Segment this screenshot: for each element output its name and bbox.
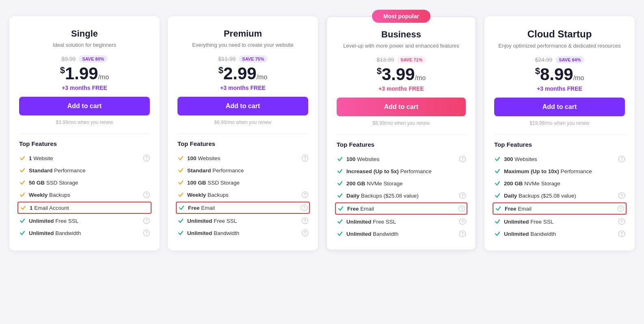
check-icon [177,179,184,186]
feature-text: 100 Websites [346,156,456,162]
current-price: $1.99/mo [19,65,150,82]
feature-list: 100 Websites ? Standard Performance 100 … [177,152,308,239]
feature-text: Free Email [188,205,298,211]
info-icon[interactable]: ? [459,192,466,199]
check-icon [177,155,184,161]
plan-card-business: Most popular Business Level-up with more… [326,16,476,250]
save-badge: SAVE 80% [79,55,107,63]
check-icon [19,230,26,236]
plan-header-cloud-startup: Cloud Startup Enjoy optimized performanc… [494,28,625,50]
feature-list: 300 Websites ? Maximum (Up to 10x) Perfo… [494,153,625,240]
feature-item: 50 GB SSD Storage [19,176,150,189]
save-badge: SAVE 64% [555,56,584,63]
feature-text: 200 GB NVMe Storage [504,180,625,187]
original-price: $9.99 [61,56,76,62]
info-icon[interactable]: ? [459,218,466,225]
feature-item: 100 Websites ? [177,152,308,164]
add-to-cart-button[interactable]: Add to cart [19,97,150,115]
feature-text: 50 GB SSD Storage [29,180,150,186]
info-icon[interactable]: ? [459,156,466,162]
feature-text: Maximum (Up to 10x) Performance [504,168,625,174]
renew-note: $3.99/mo when you renew [19,120,150,125]
features-title: Top Features [177,140,308,147]
renew-note: $19.99/mo when you renew [494,120,625,126]
check-icon [337,192,343,199]
info-icon[interactable]: ? [302,155,308,161]
check-icon [494,230,501,237]
feature-item: Unlimited Bandwidth ? [337,228,466,240]
feature-item: Unlimited Bandwidth ? [494,228,625,240]
feature-text: Free Email [505,206,614,212]
feature-item: Maximum (Up to 10x) Performance [494,165,625,177]
feature-item: Increased (Up to 5x) Performance [337,165,466,177]
check-icon [494,192,501,199]
feature-item: Unlimited Bandwidth ? [19,227,150,239]
info-icon[interactable]: ? [302,230,308,236]
current-price: $8.99/mo [494,66,625,83]
features-title: Top Features [337,141,466,148]
pricing-row: $11.99 SAVE 75% [177,55,308,63]
info-icon[interactable]: ? [143,155,150,161]
feature-text: Free Email [347,206,455,212]
divider [337,134,466,135]
check-icon [19,191,26,198]
feature-text: 100 GB SSD Storage [187,180,308,186]
feature-item: Weekly Backups ? [19,189,150,201]
info-icon[interactable]: ? [618,205,624,212]
check-icon [337,168,343,174]
feature-item: 100 GB SSD Storage [177,176,308,189]
feature-text: Unlimited Free SSL [346,219,456,225]
feature-item: Unlimited Free SSL ? [177,215,308,227]
info-icon[interactable]: ? [618,192,625,199]
info-icon[interactable]: ? [143,217,150,224]
feature-item: Unlimited Bandwidth ? [177,227,308,239]
plan-header-single: Single Ideal solution for beginners [19,28,150,49]
info-icon[interactable]: ? [618,156,625,162]
divider [494,134,625,135]
feature-text: Unlimited Bandwidth [29,230,140,236]
info-icon[interactable]: ? [301,204,307,211]
current-price: $3.99/mo [337,66,466,83]
plan-name: Premium [177,28,308,39]
info-icon[interactable]: ? [302,191,308,198]
original-price: $11.99 [218,56,236,62]
info-icon[interactable]: ? [143,230,150,236]
check-icon [20,204,26,211]
plan-tagline: Ideal solution for beginners [19,41,150,49]
plan-tagline: Everything you need to create your websi… [177,41,308,49]
free-months: +3 months FREE [494,85,625,92]
add-to-cart-button[interactable]: Add to cart [337,98,466,116]
original-price: $24.99 [535,57,552,63]
plan-card-cloud-startup: Cloud Startup Enjoy optimized performanc… [484,16,635,250]
check-icon [337,205,344,212]
feature-text: 200 GB NVMe Storage [346,180,466,187]
check-icon [19,167,26,174]
feature-text: Unlimited Bandwidth [346,231,456,237]
info-icon[interactable]: ? [459,230,466,237]
plan-card-premium: Premium Everything you need to create yo… [168,16,318,250]
free-months: +3 months FREE [19,85,150,91]
check-icon [494,156,501,162]
feature-item: Weekly Backups ? [177,189,308,201]
plan-header-premium: Premium Everything you need to create yo… [177,28,308,49]
feature-item: Daily Backups ($25.08 value) ? [337,189,466,202]
free-months: +3 months FREE [177,85,308,91]
add-to-cart-button[interactable]: Add to cart [494,98,625,116]
divider [177,133,308,134]
feature-item: Daily Backups ($25.08 value) ? [494,189,625,202]
save-badge: SAVE 75% [239,55,267,63]
add-to-cart-button[interactable]: Add to cart [177,97,308,115]
check-icon [177,217,184,224]
feature-item: Free Email ? [335,202,467,215]
check-icon [337,230,343,237]
feature-text: 1 Website [29,155,140,161]
check-icon [495,205,501,212]
info-icon[interactable]: ? [618,230,625,237]
features-title: Top Features [494,141,625,148]
info-icon[interactable]: ? [143,191,150,198]
info-icon[interactable]: ? [618,218,625,225]
info-icon[interactable]: ? [458,205,465,212]
info-icon[interactable]: ? [302,217,308,224]
current-price: $2.99/mo [177,65,308,82]
feature-item: 100 Websites ? [337,153,466,165]
